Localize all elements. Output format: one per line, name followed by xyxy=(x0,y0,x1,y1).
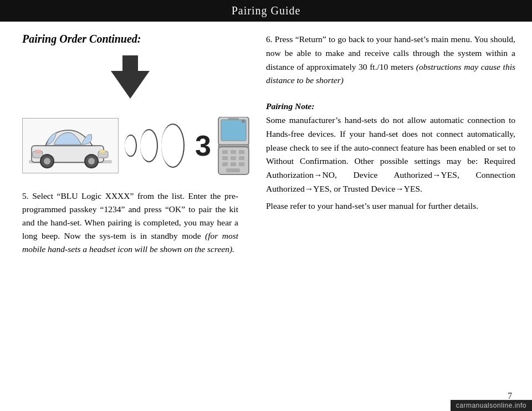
sound-waves-icon xyxy=(123,124,186,168)
svg-rect-23 xyxy=(226,168,240,172)
right-column: 6. Press “Return” to go back to your han… xyxy=(255,22,532,408)
brand-watermark: carmanualsonline.info xyxy=(451,400,532,411)
svg-point-7 xyxy=(88,158,95,165)
svg-rect-15 xyxy=(231,150,236,154)
header-title: Pairing Guide xyxy=(232,4,301,17)
svg-rect-24 xyxy=(228,118,239,120)
svg-rect-16 xyxy=(239,150,244,154)
svg-rect-22 xyxy=(239,162,244,166)
left-column: Pairing Order Continued: xyxy=(0,22,255,408)
svg-rect-18 xyxy=(231,156,236,160)
phone-svg xyxy=(216,117,252,175)
main-content: Pairing Order Continued: xyxy=(0,22,532,408)
svg-rect-11 xyxy=(221,120,246,141)
svg-rect-21 xyxy=(231,162,236,166)
section-title: Pairing Order Continued: xyxy=(22,33,238,45)
pairing-note-body-2: Please refer to your hand-set’s user man… xyxy=(266,199,515,213)
left-body-text: 5. Select “BLU Logic XXXX” from the list… xyxy=(22,189,238,256)
wave-1 xyxy=(125,135,137,157)
car-image xyxy=(22,118,119,173)
pairing-note-body: Some manufacturer’s hand-sets do not all… xyxy=(266,114,515,196)
illustration-row: 3 xyxy=(22,115,238,176)
wave-3 xyxy=(161,124,185,168)
svg-point-25 xyxy=(242,120,245,123)
svg-point-5 xyxy=(44,158,50,165)
svg-rect-20 xyxy=(222,162,228,166)
phone-image xyxy=(216,115,252,176)
svg-rect-19 xyxy=(239,156,244,160)
page-header: Pairing Guide xyxy=(0,0,532,22)
pairing-note: Pairing Note: Some manufacturer’s hand-s… xyxy=(266,100,515,213)
right-top-text: 6. Press “Return” to go back to your han… xyxy=(266,33,515,88)
arrow-down-container xyxy=(22,55,238,99)
wave-2 xyxy=(140,129,158,162)
svg-rect-8 xyxy=(100,150,105,153)
svg-rect-17 xyxy=(222,156,228,160)
svg-rect-14 xyxy=(222,150,228,154)
car-svg xyxy=(26,122,115,169)
step-number-badge: 3 xyxy=(195,129,211,162)
pairing-note-title: Pairing Note: xyxy=(266,100,515,114)
arrow-down-icon xyxy=(111,55,150,99)
svg-rect-9 xyxy=(35,150,41,153)
